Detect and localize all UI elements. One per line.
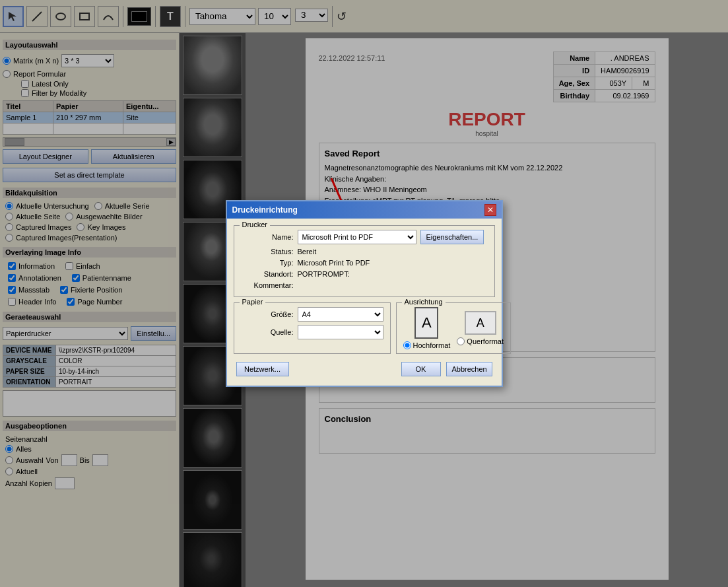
dialog-standort-value: PORTPROMPT: — [298, 270, 488, 278]
hochformat-icon: A — [414, 307, 438, 339]
groesse-label: Größe: — [241, 310, 294, 318]
dialog-status-row: Status: Bereit — [241, 248, 488, 256]
dialog-overlay: Druckeinrichtung ✕ Drucker Name: Microso… — [0, 0, 728, 587]
eigenschaften-btn[interactable]: Eigenschaften... — [420, 230, 484, 244]
dialog-name-row: Name: Microsoft Print to PDF Eigenschaft… — [241, 230, 488, 244]
dialog-typ-row: Typ: Microsoft Print To PDF — [241, 259, 488, 267]
querformat-label: Querformat — [467, 337, 504, 345]
abbrechen-btn[interactable]: Abbrechen — [446, 362, 492, 376]
dialog-close-btn[interactable]: ✕ — [484, 204, 496, 216]
papier-group: Papier Größe: A4 Quelle: — [234, 302, 391, 354]
drucker-group: Drucker Name: Microsoft Print to PDF Eig… — [234, 225, 495, 297]
quelle-row: Quelle: — [241, 325, 383, 339]
querformat-col: A Querformat — [457, 311, 504, 345]
ausrichtung-content: A Hochformat A Querformat — [403, 307, 504, 349]
hochformat-radio-row: Hochformat — [403, 341, 451, 349]
papier-group-title: Papier — [240, 298, 266, 306]
querformat-icon: A — [465, 311, 496, 335]
ok-btn[interactable]: OK — [401, 362, 441, 376]
quelle-label: Quelle: — [241, 328, 294, 336]
dialog-status-value: Bereit — [298, 248, 488, 256]
ausrichtung-group-title: Ausrichtung — [402, 298, 446, 306]
hochformat-label: Hochformat — [413, 341, 451, 349]
groesse-combo[interactable]: A4 — [298, 307, 383, 322]
dialog-kommentar-row: Kommentar: — [241, 281, 488, 289]
dialog-typ-label: Typ: — [241, 259, 294, 267]
printer-name-combo[interactable]: Microsoft Print to PDF — [298, 230, 416, 244]
dialog-footer: Netzwerk... OK Abbrechen — [234, 359, 495, 379]
dialog-body: Drucker Name: Microsoft Print to PDF Eig… — [227, 219, 502, 386]
hochformat-col: A Hochformat — [403, 307, 451, 349]
print-dialog: Druckeinrichtung ✕ Drucker Name: Microso… — [226, 200, 503, 387]
dialog-title: Druckeinrichtung — [232, 205, 298, 215]
dialog-standort-row: Standort: PORTPROMPT: — [241, 270, 488, 278]
hochformat-radio[interactable] — [403, 341, 411, 349]
quelle-combo[interactable] — [298, 325, 383, 339]
dialog-name-label: Name: — [241, 233, 294, 241]
netzwerk-btn[interactable]: Netzwerk... — [236, 362, 289, 376]
dialog-status-label: Status: — [241, 248, 294, 256]
dialog-kommentar-label: Kommentar: — [241, 281, 294, 289]
ausrichtung-group: Ausrichtung A Hochformat A — [396, 302, 512, 354]
groesse-row: Größe: A4 — [241, 307, 383, 322]
drucker-group-title: Drucker — [240, 221, 271, 228]
dialog-standort-label: Standort: — [241, 270, 294, 278]
dialog-titlebar: Druckeinrichtung ✕ — [227, 201, 502, 219]
dialog-typ-value: Microsoft Print To PDF — [298, 259, 488, 267]
querformat-radio[interactable] — [457, 337, 465, 345]
papier-ausrichtung-row: Papier Größe: A4 Quelle: — [234, 302, 495, 359]
querformat-radio-row: Querformat — [457, 337, 504, 345]
